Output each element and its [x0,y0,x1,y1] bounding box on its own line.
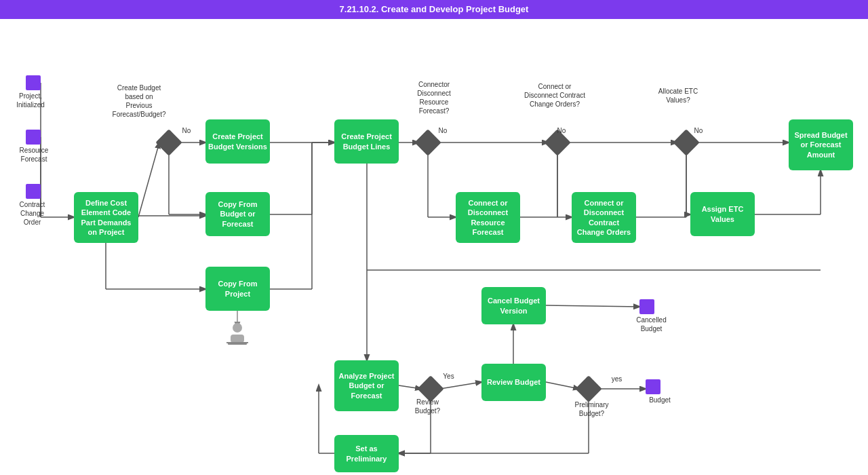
cancelled-budget-label: CancelledBudget [629,316,673,333]
assign-etc-values-box: Assign ETCValues [690,192,755,236]
project-initialized-node [26,75,41,90]
connect-resource-forecast-box: Connect orDisconnectResourceForecast [456,192,520,243]
label-allocate-etc-q: Allocate ETCValues? [651,87,705,104]
copy-project-box: Copy FromProject [205,267,270,311]
label-yes-review: Yes [440,372,457,381]
contract-change-order-label: ContractChangeOrder [10,200,54,227]
label-no-4: No [692,126,705,135]
label-no-2: No [436,126,450,135]
create-budget-versions-box: Create ProjectBudget Versions [205,119,270,164]
create-budget-lines-box: Create ProjectBudget Lines [334,119,399,164]
svg-line-4 [138,142,159,217]
connect-change-orders-box: Connect orDisconnectContractChange Order… [572,192,636,243]
contract-change-order-node [26,184,41,199]
cancel-budget-version-box: Cancel BudgetVersion [481,287,546,324]
define-cost-box: Define Cost Element Code Part Demands on… [74,192,138,243]
svg-rect-54 [231,335,244,343]
svg-line-41 [440,382,481,389]
diagram-area: Define Cost Element Code Part Demands on… [0,19,868,475]
label-create-budget-question: Create Budgetbased onPreviousForecast/Bu… [105,83,173,119]
person-icon [224,321,251,349]
analyze-project-box: Analyze ProjectBudget orForecast [334,360,399,411]
page-title: 7.21.10.2. Create and Develop Project Bu… [340,4,529,14]
copy-budget-forecast-box: Copy FromBudget orForecast [205,192,270,236]
spread-budget-box: Spread Budgetor ForecastAmount [789,119,853,170]
title-bar: 7.21.10.2. Create and Develop Project Bu… [0,0,868,19]
budget-end-label: Budget [639,396,680,404]
svg-line-45 [546,305,639,307]
label-connector-resource-q: ConnectorDisconnectResourceForecast? [403,80,465,115]
label-yes-prelim: yes [608,375,625,383]
cancelled-budget-node [639,299,654,314]
project-initialized-label: Project,Initialized [10,92,51,109]
label-preliminary-q: PreliminaryBudget? [566,400,617,418]
resource-forecast-label: ResourceForecast [14,146,54,164]
resource-forecast-node [26,130,41,145]
label-connect-change-q: Connect orDisconnect ContractChange Orde… [521,82,589,109]
svg-line-46 [546,382,579,389]
set-preliminary-box: Set asPreliminary [334,435,399,472]
label-no-3: No [555,126,568,135]
label-review-budget-q: ReviewBudget? [406,398,450,415]
svg-point-53 [233,323,242,332]
diamond-prev-forecast [155,129,182,156]
diamond-preliminary [575,375,602,402]
svg-rect-56 [228,343,247,345]
budget-end-node [646,379,660,394]
label-no-1: No [180,126,193,135]
review-budget-box: Review Budget [481,364,546,401]
